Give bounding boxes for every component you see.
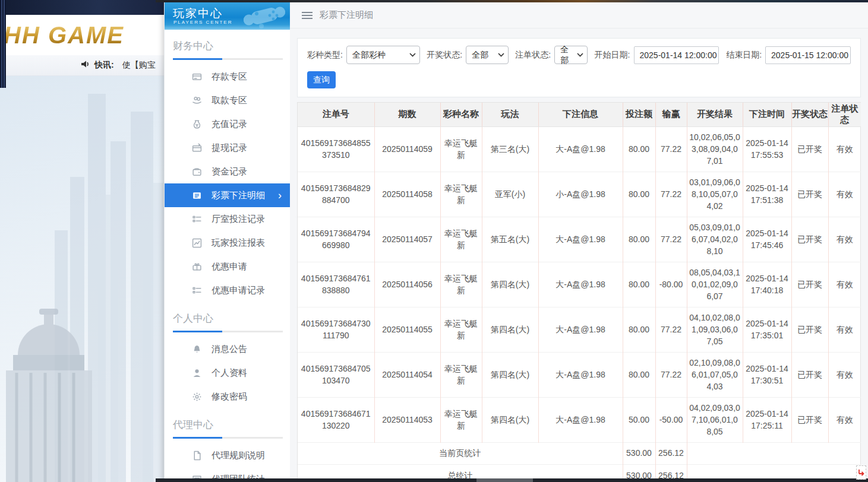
sidebar-item-label: 资金记录 [212,166,247,177]
sidebar-item-label: 修改密码 [212,391,247,402]
sidebar-item-资金记录[interactable]: 资金记录 [165,160,290,183]
sidebar-item-彩票下注明细[interactable]: 彩票下注明细› [165,183,290,207]
speaker-icon [81,59,91,71]
table-header-row: 注单号期数彩种名称玩法下注信息投注额输赢开奖结果下注时间开奖状态注单状态 [298,103,861,126]
table-cell: 有效 [828,126,861,172]
summary-winloss-total: 256.12 [655,442,687,464]
sidebar-item-玩家投注报表[interactable]: 玩家投注报表 [165,231,290,255]
column-header-注单状态: 注单状态 [828,103,861,126]
table-cell: 第四名(大) [482,352,538,397]
gear-icon [192,392,202,402]
sidebar: 玩家中心 PLAYERS CENTER 财务中心存款专区取款专区充值记录提现记录… [164,2,290,482]
summary-row: 当前页统计530.00256.12 [298,442,861,464]
sidebar-item-充值记录[interactable]: 充值记录 [165,112,290,136]
table-cell: 20250114056 [374,262,440,307]
column-header-下注信息: 下注信息 [538,103,623,126]
table-cell: 20250114059 [374,126,440,172]
table-cell: 401569173684761838880 [298,262,374,307]
table-cell: 第四名(大) [482,307,538,352]
sidebar-item-提现记录[interactable]: 提现记录 [165,136,290,160]
table-cell: 02,10,09,08,06,01,07,05,04,03 [687,352,743,397]
sidebar-item-厅室投注记录[interactable]: 厅室投注记录 [165,207,290,231]
main-content: 彩票下注明细 彩种类型: 全部彩种 开奖状态: 全部 注单状态: 全部 [290,2,868,478]
table-cell: 20250114054 [374,352,440,397]
user-icon [192,368,202,378]
table-cell: 20250114057 [374,217,440,262]
column-header-玩法: 玩法 [482,103,538,126]
sidebar-section-title: 代理中心 [173,418,283,432]
table-cell: 77.22 [655,126,687,172]
table-cell: 幸运飞艇新 [440,172,482,217]
table-cell: 401569173684855373510 [298,126,374,172]
summary-label: 当前页统计 [298,442,623,464]
table-cell: 第四名(大) [482,262,538,307]
background-top-strip [0,0,164,15]
table-cell: 401569173684705103470 [298,352,374,397]
city-background-image [0,76,164,482]
table-row: 40156917368473011179020250114055幸运飞艇新第四名… [298,307,861,352]
column-header-输赢: 输赢 [655,103,687,126]
table-cell: 04,02,09,03,07,10,06,01,08,05 [687,397,743,442]
table-cell: 20250114055 [374,307,440,352]
table-cell: 2025-01-14 17:35:01 [743,307,791,352]
sidebar-item-取款专区[interactable]: 取款专区 [165,88,290,112]
sidebar-item-代理规则说明[interactable]: 代理规则说明 [165,443,290,467]
table-cell: 401569173684671130220 [298,397,374,442]
table-cell: 77.22 [655,172,687,217]
table-cell: 幸运飞艇新 [440,126,482,172]
sidebar-item-消息公告[interactable]: 消息公告 [165,337,290,361]
card-out-icon [192,143,202,153]
order-status-value: 全部 [560,45,577,66]
sidebar-item-label: 存款专区 [212,71,247,83]
sidebar-item-优惠申请[interactable]: 优惠申请 [165,255,290,278]
news-ticker: 快讯: 使【购宝 [6,55,164,76]
draw-status-select[interactable]: 全部 [466,46,508,64]
sidebar-item-存款专区[interactable]: 存款专区 [165,65,290,88]
sidebar-item-优惠申请记录[interactable]: 优惠申请记录 [165,278,290,302]
sidebar-section-title: 财务中心 [173,39,283,53]
table-cell: 80.00 [623,126,655,172]
table-cell: 幸运飞艇新 [440,262,482,307]
table-cell: 77.22 [655,217,687,262]
page-title-bar: 彩票下注明细 [290,2,868,28]
table-cell: 第三名(大) [482,126,538,172]
table-cell: 80.00 [623,262,655,307]
sidebar-item-修改密码[interactable]: 修改密码 [165,385,290,408]
order-status-select[interactable]: 全部 [554,46,588,64]
sidebar-item-个人资料[interactable]: 个人资料 [165,361,290,385]
bets-table: 注单号期数彩种名称玩法下注信息投注额输赢开奖结果下注时间开奖状态注单状态 401… [298,103,861,482]
page-title: 彩票下注明细 [320,9,373,21]
chevron-right-icon: › [278,190,282,201]
draw-status-label: 开奖状态: [427,50,462,61]
start-date-input[interactable]: 2025-01-14 12:00:00 [634,46,719,64]
table-cell: 20250114058 [374,172,440,217]
table-cell: 50.00 [623,397,655,442]
column-header-注单号: 注单号 [298,103,374,126]
deposit-card-icon [192,72,202,82]
bets-table-card: 注单号期数彩种名称玩法下注信息投注额输赢开奖结果下注时间开奖状态注单状态 401… [297,102,861,482]
site-logo-bar: HH GAME [6,15,164,55]
table-cell: 已开奖 [791,172,828,217]
moneybag-icon [192,119,202,129]
column-header-下注时间: 下注时间 [743,103,791,126]
gift-icon [192,262,202,272]
sidebar-item-label: 优惠申请 [212,261,247,272]
table-row: 40156917368470510347020250114054幸运飞艇新第四名… [298,352,861,397]
hamburger-menu-icon[interactable] [302,11,313,20]
end-date-label: 结束日期: [726,50,762,61]
search-button[interactable]: 查询 [307,71,336,88]
lottery-type-select[interactable]: 全部彩种 [346,46,420,64]
table-cell: -50.00 [655,397,687,442]
table-row: 40156917368467113022020250114053幸运飞艇新第四名… [298,397,861,442]
column-header-投注额: 投注额 [623,103,655,126]
sidebar-item-label: 提现记录 [212,142,247,154]
background-page: HH GAME 快讯: 使【购宝 [0,0,164,482]
end-date-input[interactable]: 2025-01-15 12:00:00 [765,46,851,64]
table-cell: 2025-01-14 17:30:51 [743,352,791,397]
sidebar-subtitle: PLAYERS CENTER [173,20,232,25]
draw-status-value: 全部 [472,50,488,61]
table-cell: 20250114053 [374,397,440,442]
section-divider [173,437,283,439]
table-cell: 10,02,06,05,03,08,09,04,07,01 [687,126,743,172]
table-cell: 亚军(小) [482,172,538,217]
